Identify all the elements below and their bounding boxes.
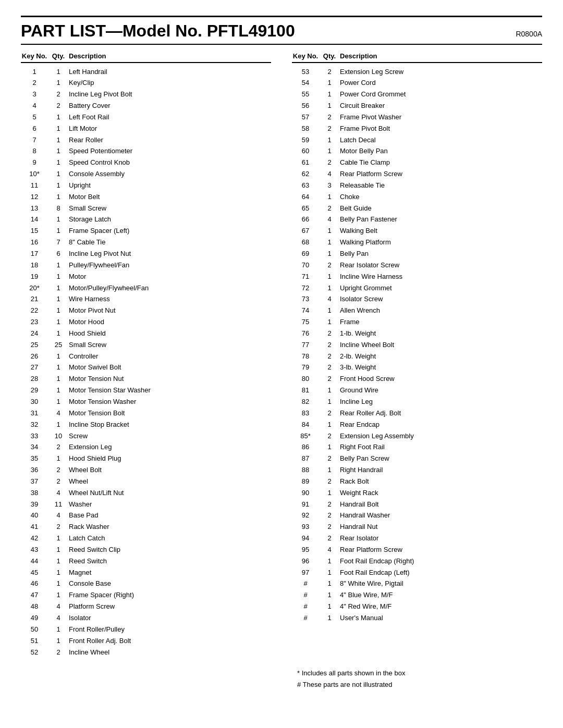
qty: 4 [319,545,340,555]
desc: Rack Washer [69,522,271,532]
footnotes: * Includes all parts shown in the box # … [21,668,542,690]
qty: 1 [48,557,69,566]
qty: 2 [48,522,69,532]
key-no: # [292,613,319,623]
key-no: 71 [292,272,319,282]
qty: 1 [48,545,69,555]
qty: 1 [319,135,340,145]
desc: Rear Platform Screw [340,169,542,179]
qty: 1 [48,386,69,396]
table-row: 89 2 Rack Bolt [292,476,542,487]
desc: Incline Leg Pivot Nut [69,249,271,259]
desc: Wire Harness [69,294,271,304]
table-row: 46 1 Console Base [21,578,271,590]
key-no: 7 [21,135,48,145]
table-row: 71 1 Incline Wire Harness [292,271,542,282]
key-no: 28 [21,374,48,384]
table-row: 60 1 Motor Belly Pan [292,146,542,157]
desc: Belly Pan Fastener [340,215,542,225]
key-no: 87 [292,454,319,464]
key-no: 43 [21,545,48,555]
table-row: 54 1 Power Cord [292,78,542,89]
left-column: Key No. Qty. Description 1 1 Left Handra… [21,52,282,658]
qty: 2 [48,442,69,452]
right-column: Key No. Qty. Description 53 2 Extension … [282,52,542,658]
key-no: 13 [21,204,48,214]
qty: 7 [48,238,69,248]
table-row: 61 2 Cable Tie Clamp [292,157,542,169]
qty: 1 [319,557,340,566]
qty: 1 [319,238,340,248]
qty: 2 [319,124,340,134]
qty: 2 [319,113,340,122]
key-no: 15 [21,226,48,236]
table-row: 11 1 Upright [21,180,271,191]
desc: Upright [69,181,271,191]
qty: 1 [319,397,340,407]
table-row: 44 1 Reed Switch [21,556,271,567]
table-row: 52 2 Incline Wheel [21,647,271,658]
key-no: 52 [21,648,48,658]
desc: Front Roller Adj. Bolt [69,636,271,646]
table-row: 23 1 Motor Hood [21,317,271,328]
key-no: 26 [21,352,48,362]
desc: 8" White Wire, Pigtail [340,579,542,589]
desc: User's Manual [340,613,542,623]
desc: Rear Isolator Screw [340,261,542,270]
qty: 1 [48,283,69,293]
key-no: 66 [292,215,319,225]
table-row: 38 4 Wheel Nut/Lift Nut [21,487,271,499]
qty: 2 [319,329,340,339]
table-row: 58 2 Frame Pivot Bolt [292,123,542,134]
right-parts-container: 53 2 Extension Leg Screw 54 1 Power Cord… [292,66,542,624]
qty: 1 [48,169,69,179]
desc: Motor Tension Bolt [69,409,271,418]
footnote-hash: # These parts are not illustrated [297,679,542,690]
table-row: 16 7 8" Cable Tie [21,237,271,249]
key-no: 18 [21,261,48,270]
key-no: 37 [21,477,48,487]
qty: 1 [48,568,69,578]
table-row: 55 1 Power Cord Grommet [292,89,542,101]
desc: Circuit Breaker [340,101,542,111]
table-row: 84 1 Rear Endcap [292,419,542,430]
key-no: 34 [21,442,48,452]
key-no: 91 [292,500,319,510]
key-no: 35 [21,454,48,464]
desc: Left Handrail [69,67,271,77]
qty: 2 [319,454,340,464]
qty: 1 [319,283,340,293]
table-row: 64 1 Choke [292,191,542,203]
table-row: 57 2 Frame Pivot Washer [292,112,542,123]
qty: 2 [319,67,340,77]
qty: 1 [319,602,340,612]
key-no: 17 [21,249,48,259]
qty: 1 [319,272,340,282]
key-no: 75 [292,317,319,327]
qty: 2 [319,261,340,270]
table-row: 45 1 Magnet [21,567,271,578]
qty: 11 [48,500,69,510]
key-no: # [292,579,319,589]
qty: 4 [48,602,69,612]
key-no: 36 [21,465,48,475]
desc: Motor Belt [69,192,271,202]
qty: 2 [319,511,340,521]
table-row: 77 2 Incline Wheel Bolt [292,339,542,351]
desc: Latch Decal [340,135,542,145]
table-row: 34 2 Extension Leg [21,442,271,453]
qty: 1 [48,67,69,77]
table-row: 67 1 Walking Belt [292,226,542,237]
qty: 1 [48,625,69,635]
table-row: 79 2 3-lb. Weight [292,362,542,374]
key-no: 46 [21,579,48,589]
table-row: 78 2 2-lb. Weight [292,351,542,362]
table-row: 90 1 Weight Rack [292,487,542,499]
desc: Washer [69,500,271,510]
qty: 4 [319,169,340,179]
desc: 1-lb. Weight [340,329,542,339]
qty: 1 [48,146,69,156]
key-no: 38 [21,488,48,498]
qty: 2 [319,431,340,441]
key-no: 20* [21,283,48,293]
